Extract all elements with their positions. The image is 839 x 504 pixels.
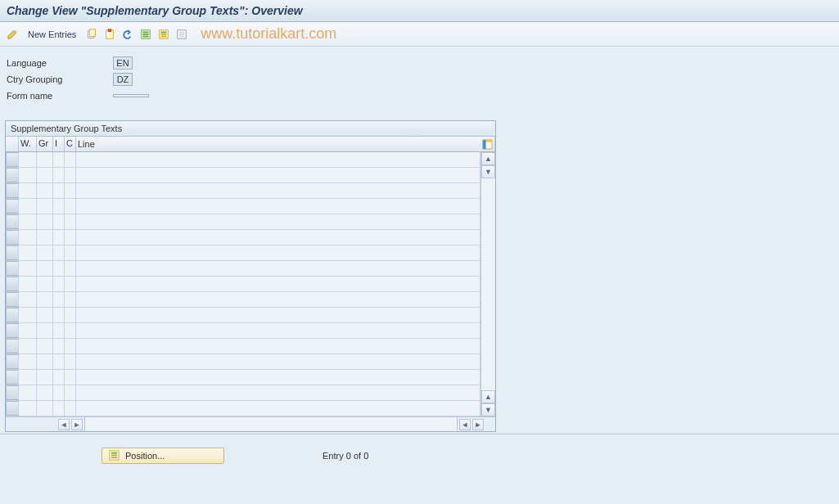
cell-gr[interactable] (37, 152, 53, 167)
cell-gr[interactable] (37, 292, 53, 307)
cell-c[interactable] (65, 245, 76, 260)
cell-c[interactable] (65, 183, 76, 198)
cell-line[interactable] (76, 323, 480, 338)
clipboard-icon[interactable] (102, 27, 117, 42)
cell-gr[interactable] (37, 183, 53, 198)
table-row[interactable] (6, 370, 480, 385)
cell-w[interactable] (19, 323, 37, 338)
table-row[interactable] (6, 261, 480, 277)
select-block-icon[interactable] (156, 27, 171, 42)
row-selector[interactable] (6, 339, 19, 353)
cell-w[interactable] (19, 385, 37, 400)
cell-line[interactable] (76, 168, 480, 182)
scroll-track[interactable] (481, 178, 495, 390)
cell-gr[interactable] (37, 385, 53, 400)
table-row[interactable] (6, 183, 480, 199)
table-row[interactable] (6, 230, 480, 245)
hscroll-right2-icon[interactable]: ► (472, 419, 484, 430)
row-selector[interactable] (6, 152, 19, 167)
deselect-icon[interactable] (174, 27, 189, 42)
table-row[interactable] (6, 277, 480, 292)
cell-c[interactable] (65, 323, 76, 338)
row-selector[interactable] (6, 230, 19, 245)
cell-w[interactable] (19, 152, 37, 167)
cell-w[interactable] (19, 370, 37, 385)
cell-i[interactable] (53, 168, 65, 182)
cell-i[interactable] (53, 214, 65, 229)
cell-w[interactable] (19, 261, 37, 276)
row-selector[interactable] (6, 168, 19, 182)
table-row[interactable] (6, 323, 480, 339)
cell-line[interactable] (76, 152, 480, 167)
table-row[interactable] (6, 245, 480, 261)
horizontal-scrollbar[interactable]: ◄ ► ◄ ► (6, 416, 495, 431)
display-change-icon[interactable] (5, 27, 20, 42)
cell-gr[interactable] (37, 230, 53, 245)
row-selector[interactable] (6, 308, 19, 322)
cell-c[interactable] (65, 401, 76, 416)
cell-gr[interactable] (37, 323, 53, 338)
row-selector[interactable] (6, 370, 19, 385)
hscroll-left-icon[interactable]: ◄ (58, 419, 70, 430)
cell-i[interactable] (53, 385, 65, 400)
cell-c[interactable] (65, 308, 76, 322)
cell-c[interactable] (65, 339, 76, 353)
cell-c[interactable] (65, 168, 76, 182)
cell-w[interactable] (19, 214, 37, 229)
table-row[interactable] (6, 308, 480, 323)
cell-w[interactable] (19, 168, 37, 182)
copy-icon[interactable] (84, 27, 99, 42)
col-header-i[interactable]: I (53, 137, 65, 151)
cell-line[interactable] (76, 370, 480, 385)
cell-c[interactable] (65, 385, 76, 400)
cell-line[interactable] (76, 401, 480, 416)
cell-line[interactable] (76, 245, 480, 260)
cell-gr[interactable] (37, 245, 53, 260)
cell-gr[interactable] (37, 168, 53, 182)
cell-i[interactable] (53, 354, 65, 369)
form-name-field[interactable] (113, 94, 149, 97)
new-entries-button[interactable]: New Entries (28, 29, 76, 39)
cell-gr[interactable] (37, 339, 53, 353)
cell-w[interactable] (19, 401, 37, 416)
position-button[interactable]: Position... (101, 448, 224, 464)
cell-w[interactable] (19, 245, 37, 260)
table-row[interactable] (6, 152, 480, 168)
scroll-up2-icon[interactable]: ▲ (481, 390, 495, 403)
cell-w[interactable] (19, 277, 37, 291)
row-selector[interactable] (6, 183, 19, 198)
vertical-scrollbar[interactable]: ▲ ▼ ▲ ▼ (480, 152, 495, 416)
cell-c[interactable] (65, 370, 76, 385)
cell-i[interactable] (53, 339, 65, 353)
cell-c[interactable] (65, 214, 76, 229)
cell-gr[interactable] (37, 370, 53, 385)
cell-line[interactable] (76, 339, 480, 353)
cell-i[interactable] (53, 261, 65, 276)
cell-c[interactable] (65, 230, 76, 245)
scroll-up-icon[interactable]: ▲ (481, 152, 495, 165)
row-selector[interactable] (6, 385, 19, 400)
hscroll-right-icon[interactable]: ► (71, 419, 83, 430)
cell-i[interactable] (53, 230, 65, 245)
table-row[interactable] (6, 339, 480, 354)
cell-line[interactable] (76, 292, 480, 307)
cell-gr[interactable] (37, 308, 53, 322)
scroll-down-icon[interactable]: ▼ (481, 165, 495, 178)
col-header-w[interactable]: W. (19, 137, 37, 151)
cell-i[interactable] (53, 292, 65, 307)
cell-i[interactable] (53, 308, 65, 322)
row-selector[interactable] (6, 277, 19, 291)
cell-c[interactable] (65, 152, 76, 167)
cell-c[interactable] (65, 199, 76, 214)
ctry-grouping-field[interactable]: DZ (113, 73, 133, 86)
cell-c[interactable] (65, 261, 76, 276)
row-selector[interactable] (6, 354, 19, 369)
table-settings-icon[interactable] (481, 138, 493, 150)
cell-line[interactable] (76, 385, 480, 400)
cell-gr[interactable] (37, 199, 53, 214)
cell-gr[interactable] (37, 401, 53, 416)
table-row[interactable] (6, 292, 480, 308)
cell-i[interactable] (53, 152, 65, 167)
row-selector[interactable] (6, 214, 19, 229)
cell-w[interactable] (19, 292, 37, 307)
